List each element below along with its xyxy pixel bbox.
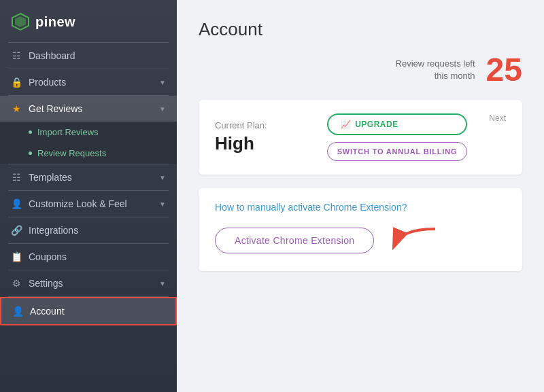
sidebar-item-label: Settings — [29, 278, 63, 289]
integrations-icon: 🔗 — [11, 225, 22, 236]
switch-label: SWITCH TO ANNUAL BILLING — [337, 147, 458, 156]
sidebar-item-label: Get Reviews — [29, 103, 82, 114]
sidebar-item-label: Products — [29, 77, 66, 88]
chrome-extension-section: How to manually activate Chrome Extensio… — [199, 188, 522, 271]
upgrade-button[interactable]: 📈 UPGRADE — [327, 113, 468, 135]
sidebar-item-products[interactable]: 🔒 Products ▼ — [0, 69, 177, 95]
sidebar-item-label: Dashboard — [29, 50, 75, 61]
account-icon: 👤 — [12, 306, 23, 317]
reviews-left-bar: Review requests left this month 25 — [199, 54, 522, 86]
red-arrow-icon — [388, 224, 442, 257]
coupons-icon: 📋 — [11, 251, 22, 262]
sidebar-item-dashboard[interactable]: ☷ Dashboard — [0, 43, 177, 69]
sidebar-item-get-reviews[interactable]: ★ Get Reviews ▼ — [0, 96, 177, 122]
sidebar: pinew ☷ Dashboard 🔒 Products ▼ ★ Get Rev… — [0, 0, 177, 392]
activate-chrome-label: Activate Chrome Extension — [235, 235, 354, 246]
sidebar-item-coupons[interactable]: 📋 Coupons — [0, 244, 177, 270]
page-title: Account — [199, 19, 522, 40]
sidebar-item-label: Account — [30, 306, 65, 317]
chrome-btn-wrapper: Activate Chrome Extension — [215, 224, 506, 257]
bullet-dot — [29, 130, 32, 134]
sidebar-item-settings[interactable]: ⚙ Settings ▼ — [0, 270, 177, 296]
sidebar-subitem-import-reviews[interactable]: Import Reviews — [0, 122, 177, 143]
chrome-extension-link[interactable]: How to manually activate Chrome Extensio… — [215, 202, 506, 213]
logo-icon — [11, 12, 30, 31]
dashboard-icon: ☷ — [11, 50, 22, 61]
sidebar-subitem-review-requests[interactable]: Review Requests — [0, 143, 177, 164]
subitem-label: Review Requests — [37, 148, 106, 158]
sidebar-item-templates[interactable]: ☷ Templates ▼ — [0, 164, 177, 190]
plan-info: Current Plan: High — [215, 120, 305, 154]
activate-chrome-button[interactable]: Activate Chrome Extension — [215, 228, 374, 253]
get-reviews-submenu: Import Reviews Review Requests — [0, 122, 177, 164]
chevron-down-icon: ▼ — [159, 280, 166, 287]
main-content: Account Review requests left this month … — [177, 0, 544, 392]
next-badge: Next — [489, 113, 506, 123]
bullet-dot — [29, 152, 32, 155]
plan-label: Current Plan: — [215, 120, 305, 130]
svg-marker-1 — [15, 16, 26, 27]
sidebar-item-customize[interactable]: 👤 Customize Look & Feel ▼ — [0, 191, 177, 217]
subitem-label: Import Reviews — [37, 127, 99, 137]
lock-icon: 🔒 — [11, 77, 22, 88]
chevron-down-icon: ▼ — [159, 79, 166, 86]
star-icon: ★ — [11, 103, 22, 114]
reviews-count: 25 — [486, 54, 522, 86]
templates-icon: ☷ — [11, 172, 22, 183]
sidebar-item-label: Integrations — [29, 225, 78, 236]
sidebar-item-integrations[interactable]: 🔗 Integrations — [0, 217, 177, 243]
customize-icon: 👤 — [11, 198, 22, 209]
plan-name: High — [215, 133, 305, 154]
plan-actions: 📈 UPGRADE SWITCH TO ANNUAL BILLING — [327, 113, 468, 161]
plan-card: Current Plan: High 📈 UPGRADE SWITCH TO A… — [199, 100, 522, 175]
upgrade-label: UPGRADE — [355, 120, 398, 129]
logo-area: pinew — [0, 0, 177, 42]
sidebar-item-label: Coupons — [29, 251, 67, 262]
gear-icon: ⚙ — [11, 278, 22, 289]
sidebar-item-account[interactable]: 👤 Account — [0, 297, 177, 325]
chevron-down-icon: ▼ — [159, 105, 166, 113]
sidebar-item-label: Templates — [29, 172, 72, 183]
chevron-down-icon: ▼ — [159, 200, 166, 208]
sidebar-item-label: Customize Look & Feel — [29, 198, 127, 209]
switch-billing-button[interactable]: SWITCH TO ANNUAL BILLING — [327, 142, 468, 161]
logo-text: pinew — [35, 14, 75, 30]
reviews-left-label: Review requests left this month — [396, 58, 475, 82]
chevron-down-icon: ▼ — [159, 174, 166, 181]
upgrade-chart-icon: 📈 — [341, 120, 352, 129]
